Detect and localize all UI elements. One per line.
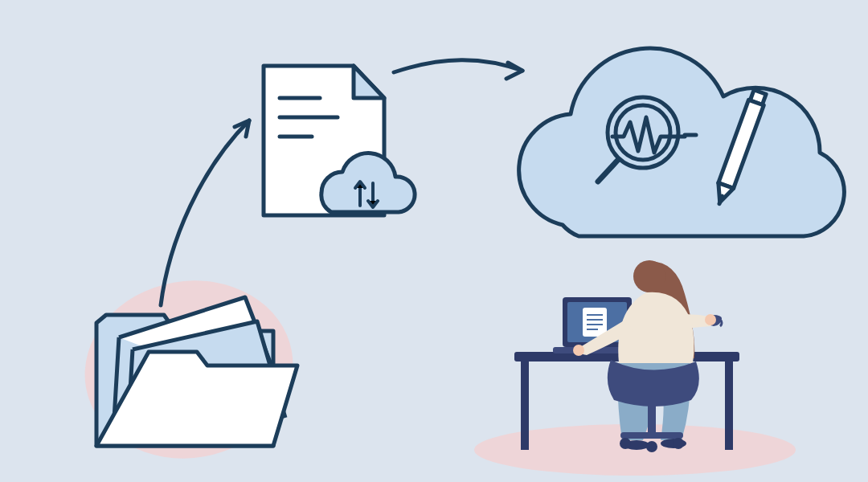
svg-point-25	[573, 345, 584, 356]
workflow-diagram	[0, 0, 868, 482]
svg-point-31	[620, 438, 631, 449]
svg-rect-18	[583, 308, 606, 336]
svg-rect-14	[725, 362, 733, 450]
person-at-desk-illustration	[514, 260, 739, 452]
svg-point-26	[705, 314, 716, 325]
arrow-folder-to-document	[161, 120, 249, 305]
svg-point-24	[633, 260, 665, 292]
svg-rect-29	[648, 402, 656, 434]
cloud-service-icon	[519, 48, 845, 236]
svg-rect-30	[620, 432, 683, 439]
document-icon	[264, 66, 415, 215]
svg-line-11	[719, 196, 722, 203]
svg-rect-13	[521, 362, 529, 450]
arrow-document-to-cloud	[394, 60, 522, 79]
svg-point-33	[673, 438, 684, 449]
svg-point-32	[646, 441, 657, 452]
